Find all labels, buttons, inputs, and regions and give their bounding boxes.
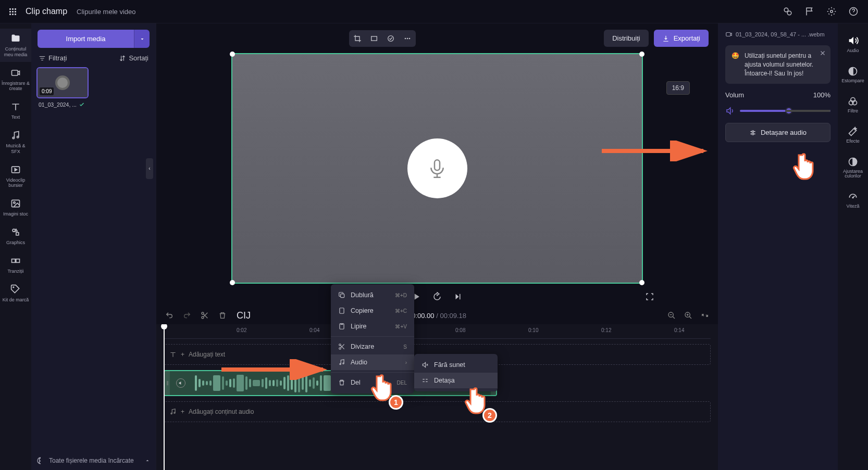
svg-point-14 <box>13 287 14 288</box>
menu-item-delete[interactable]: Del DEL <box>331 375 414 390</box>
split-button[interactable] <box>199 310 210 321</box>
loaded-status-bar[interactable]: Toate fișierele media încărcate <box>31 451 156 470</box>
sort-button[interactable]: Sortați <box>119 54 148 62</box>
resize-handle[interactable] <box>230 52 235 57</box>
menu-item-split[interactable]: Divizare S <box>331 339 414 354</box>
svg-rect-15 <box>371 36 377 41</box>
sidebar-item-brandkit[interactable]: Kit de marcă <box>0 280 31 307</box>
preview-toolbar <box>349 30 416 47</box>
svg-point-40 <box>343 363 344 364</box>
sidebar-item-graphics[interactable]: Graphics <box>0 222 31 250</box>
pip-icon[interactable] <box>386 33 396 44</box>
svg-point-25 <box>171 413 172 414</box>
upgrade-icon[interactable] <box>783 6 793 17</box>
sidebar-item-stock-image[interactable]: Imagini stoc <box>0 194 31 221</box>
menu-item-duplicate[interactable]: Dublură ⌘+D <box>331 287 414 303</box>
filter-button[interactable]: Filtrați <box>39 54 67 62</box>
svg-rect-27 <box>726 33 730 36</box>
sidebar-item-filters[interactable]: Filtre <box>838 91 868 119</box>
svg-point-39 <box>340 363 341 364</box>
sidebar-item-music[interactable]: Muzică & SFX <box>0 125 31 159</box>
submenu-item-detach[interactable]: Detașa <box>414 373 498 388</box>
media-thumbnail[interactable]: 0:09 <box>36 67 89 98</box>
timeline-ruler[interactable]: 0:02 0:04 0:06 0:08 0:10 0:12 0:14 <box>164 326 711 339</box>
clip-filename: 01_03_2024, 09_58_47 - ... .webm <box>725 31 830 38</box>
tag-icon <box>10 284 21 295</box>
sidebar-item-text[interactable]: Text <box>0 97 31 124</box>
svg-rect-34 <box>341 294 344 298</box>
menu-item-paste[interactable]: Lipire ⌘+V <box>331 319 414 334</box>
submenu-item-mute[interactable]: Fără sunet <box>414 357 498 373</box>
right-nav: Audio Estompare Filtre Efecte Ajustarea … <box>838 23 868 470</box>
properties-panel: 01_03_2024, 09_58_47 - ... .webm 🤩 Utili… <box>718 23 838 470</box>
svg-point-18 <box>406 37 408 39</box>
speedometer-icon <box>848 192 858 202</box>
breadcrumb[interactable]: Clipurile mele video <box>77 8 135 16</box>
svg-point-9 <box>14 202 15 204</box>
delete-button[interactable] <box>217 310 228 321</box>
playhead[interactable] <box>164 324 165 470</box>
svg-point-17 <box>404 37 406 39</box>
music-icon <box>10 130 21 141</box>
sidebar-item-my-media[interactable]: Conținutul meu media <box>0 29 31 62</box>
volume-slider[interactable] <box>740 110 830 112</box>
import-dropdown-button[interactable] <box>134 30 150 48</box>
sidebar-item-transitions[interactable]: Tranziții <box>0 251 31 278</box>
svg-point-6 <box>17 136 19 138</box>
video-icon <box>10 164 21 175</box>
fit-icon[interactable] <box>369 33 379 44</box>
sidebar-item-effects[interactable]: Efecte <box>838 121 868 149</box>
svg-rect-11 <box>16 233 19 235</box>
fullscreen-button[interactable] <box>644 291 655 302</box>
svg-point-16 <box>388 35 393 41</box>
sidebar-item-speed[interactable]: Viteză <box>838 186 868 214</box>
aspect-ratio-badge[interactable]: 16:9 <box>666 81 690 95</box>
audio-track[interactable]: + Adăugați conținut audio <box>164 401 711 422</box>
import-media-button[interactable]: Import media <box>38 30 134 48</box>
svg-point-19 <box>408 37 410 39</box>
menu-item-audio[interactable]: Audio › <box>331 354 414 370</box>
audio-submenu: Fără sunet Detașa <box>414 354 498 391</box>
undo-button[interactable] <box>164 310 175 321</box>
slider-thumb[interactable] <box>785 107 792 115</box>
export-button[interactable]: Exportați <box>654 30 709 47</box>
sidebar-item-adjust-colors[interactable]: Ajustarea culorilor <box>838 151 868 185</box>
close-icon[interactable] <box>819 49 826 57</box>
clip-handle-left[interactable]: ⦀ <box>165 371 170 395</box>
sidebar-item-stock-video[interactable]: Videoclip bursier <box>0 160 31 193</box>
transition-icon <box>10 255 21 266</box>
fit-timeline-button[interactable] <box>699 310 711 321</box>
microphone-icon <box>407 138 467 198</box>
volume-value: 100% <box>813 91 830 99</box>
next-frame-button[interactable] <box>452 291 464 302</box>
redo-button[interactable] <box>181 310 193 321</box>
more-icon[interactable] <box>402 33 413 44</box>
contrast-icon <box>848 157 858 167</box>
speaker-icon <box>176 378 185 388</box>
app-launcher-icon[interactable] <box>9 8 16 15</box>
resize-handle[interactable] <box>639 52 644 57</box>
image-icon <box>10 198 21 209</box>
svg-point-2 <box>830 10 833 13</box>
flag-icon[interactable] <box>804 6 815 17</box>
zoom-out-button[interactable] <box>666 310 677 321</box>
sidebar-item-fade[interactable]: Estompare <box>838 61 868 89</box>
speaker-icon <box>847 35 859 46</box>
sidebar-item-record[interactable]: Înregistrare & create <box>0 63 31 96</box>
time-display: 00:00.00 / 00:09.18 <box>408 312 466 320</box>
distribute-button[interactable]: Distribuiți <box>604 30 648 47</box>
zoom-in-button[interactable] <box>683 310 694 321</box>
app-header: Clip champ Clipurile mele video <box>0 0 868 23</box>
skip-forward-button[interactable] <box>431 291 443 302</box>
timeline[interactable]: 0:02 0:04 0:06 0:08 0:10 0:12 0:14 + Adă… <box>156 324 718 470</box>
help-icon[interactable] <box>848 6 859 17</box>
svg-rect-35 <box>340 308 344 314</box>
sidebar-item-audio[interactable]: Audio <box>838 30 868 59</box>
center-area: Distribuiți Exportați ‹ 16:9 › <box>156 23 718 470</box>
video-preview[interactable]: 16:9 <box>231 53 643 284</box>
expand-left-button[interactable]: ‹ <box>146 158 153 179</box>
settings-icon[interactable] <box>826 6 837 17</box>
menu-item-copy[interactable]: Copiere ⌘+C <box>331 303 414 319</box>
detach-audio-button[interactable]: Detașare audio <box>725 123 830 142</box>
crop-icon[interactable] <box>352 33 363 44</box>
